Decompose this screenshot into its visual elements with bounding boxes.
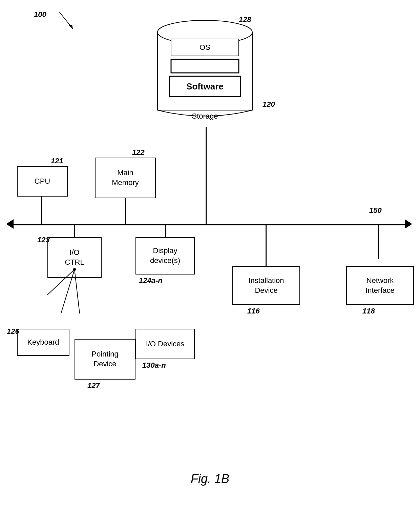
svg-marker-1 xyxy=(69,25,73,29)
pointing-device-box: Pointing Device xyxy=(75,339,135,380)
io-ctrl-connections xyxy=(27,256,83,341)
bus-arrow-left xyxy=(6,219,14,229)
display-bus-connector xyxy=(165,225,166,238)
main-memory-box: Main Memory xyxy=(95,158,156,198)
ref-120: 120 xyxy=(262,100,275,109)
display-devices-label: Display device(s) xyxy=(150,246,180,265)
display-devices-box: Display device(s) xyxy=(135,237,195,275)
keyboard-label: Keyboard xyxy=(27,338,59,347)
main-memory-label: Main Memory xyxy=(112,168,139,187)
bus-line xyxy=(12,224,408,225)
svg-text:Software: Software xyxy=(186,81,224,92)
ref-128: 128 xyxy=(239,15,251,24)
storage-cylinder: OS Software Storage xyxy=(151,19,259,127)
cpu-box: CPU xyxy=(17,166,68,197)
keyboard-box: Keyboard xyxy=(17,329,69,356)
memory-bus-connector xyxy=(125,198,126,224)
svg-text:Storage: Storage xyxy=(192,112,218,120)
svg-line-12 xyxy=(75,269,80,313)
ref-150: 150 xyxy=(369,206,382,215)
fig-label-text: Fig. 1B xyxy=(191,472,229,486)
ref-122: 122 xyxy=(132,148,145,157)
install-bus-connector xyxy=(266,225,267,266)
network-interface-box: Network Interface xyxy=(346,266,414,305)
svg-point-13 xyxy=(73,268,76,271)
network-interface-label: Network Interface xyxy=(365,276,395,295)
pointing-device-label: Pointing Device xyxy=(91,349,119,369)
installation-device-label: Installation Device xyxy=(248,276,284,295)
io-devices-box: I/O Devices xyxy=(135,329,195,359)
cpu-bus-connector xyxy=(41,197,42,224)
fig-label: Fig. 1B xyxy=(0,472,420,486)
ref-118: 118 xyxy=(362,307,375,316)
svg-rect-6 xyxy=(171,59,239,73)
ref-116: 116 xyxy=(247,307,260,316)
diagram: 100 OS Software Storage 128 120 CPU 121 … xyxy=(0,0,420,508)
svg-text:OS: OS xyxy=(200,43,210,52)
cpu-label: CPU xyxy=(35,177,50,186)
installation-device-box: Installation Device xyxy=(232,266,300,305)
ref-121: 121 xyxy=(51,157,63,165)
ref-123: 123 xyxy=(37,236,50,244)
ref-130an: 130a-n xyxy=(142,361,166,370)
ref-127: 127 xyxy=(87,381,100,390)
ref-124an: 124a-n xyxy=(139,276,163,285)
io-devices-label: I/O Devices xyxy=(146,339,185,349)
io-ctrl-bus-connector xyxy=(74,225,75,238)
ref-126: 126 xyxy=(7,327,19,336)
bus-arrow-right xyxy=(405,219,412,229)
network-bus-connector xyxy=(378,225,379,259)
storage-bus-connector xyxy=(206,127,207,224)
